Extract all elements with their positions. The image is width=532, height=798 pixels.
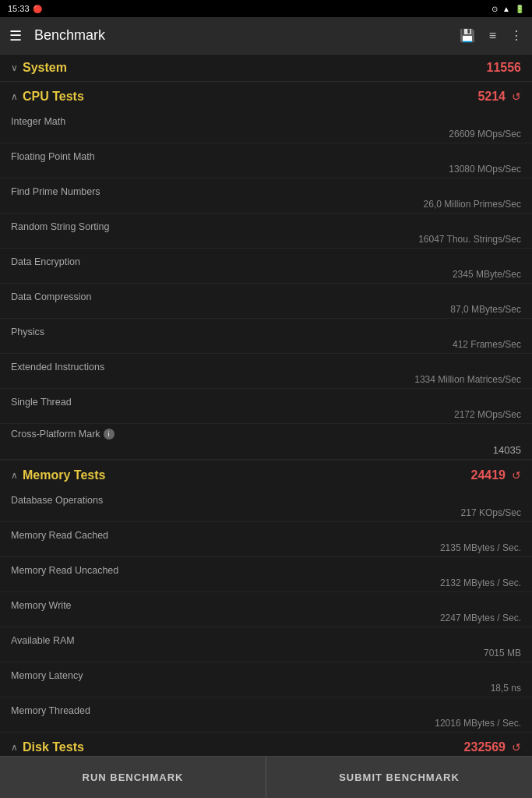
cpu-score-row: 5214 ↺	[477, 90, 521, 104]
memory-header: ∧ Memory Tests 24419 ↺	[0, 461, 532, 487]
disk-header: ∧ Disk Tests 232569 ↺	[0, 733, 532, 759]
test-name: Data Encryption	[11, 252, 521, 267]
test-name: Find Prime Numbers	[11, 182, 521, 197]
test-value: 412 Frames/Sec	[11, 337, 521, 353]
test-value: 1334 Million Matrices/Sec	[11, 373, 521, 388]
test-value: 18,5 ns	[11, 681, 521, 697]
system-score: 11556	[487, 61, 522, 75]
test-name: Available RAM	[11, 630, 521, 646]
cpu-score: 5214	[477, 90, 506, 104]
disk-chevron[interactable]: ∧	[11, 742, 18, 753]
disk-refresh-icon[interactable]: ↺	[512, 741, 521, 754]
test-value: 217 KOps/Sec	[11, 506, 521, 521]
test-item-string-sort: Random String Sorting 16047 Thou. String…	[0, 214, 532, 249]
memory-title-row: ∧ Memory Tests	[11, 468, 105, 482]
cross-platform-score: 14035	[493, 444, 521, 456]
submit-benchmark-button[interactable]: SUBMIT BENCHMARK	[266, 757, 532, 798]
test-name: Memory Read Cached	[11, 525, 521, 541]
status-battery-icon: 🔴	[33, 5, 42, 13]
list-icon[interactable]: ≡	[489, 29, 496, 43]
system-section: ∨ System 11556	[0, 55, 532, 82]
memory-score: 24419	[471, 468, 506, 482]
test-value: 2247 MBytes / Sec.	[11, 611, 521, 627]
system-title-row: ∨ System	[11, 61, 67, 75]
cpu-section: ∧ CPU Tests 5214 ↺ Integer Math 26609 MO…	[0, 82, 532, 461]
more-icon[interactable]: ⋮	[510, 28, 523, 43]
test-item-float-math: Floating Point Math 13080 MOps/Sec	[0, 143, 532, 178]
cpu-header: ∧ CPU Tests 5214 ↺	[0, 82, 532, 108]
benchmark-content: ∨ System 11556 ∧ CPU Tests 5214 ↺ Intege…	[0, 55, 532, 798]
cross-platform-name: Cross-Platform Mark	[11, 429, 100, 440]
cpu-title-row: ∧ CPU Tests	[11, 90, 84, 104]
cpu-chevron[interactable]: ∧	[11, 91, 18, 102]
test-name: Memory Latency	[11, 666, 521, 681]
status-battery-right: 🔋	[515, 5, 524, 13]
test-value: 2135 MBytes / Sec.	[11, 541, 521, 556]
test-item-avail-ram: Available RAM 7015 MB	[0, 627, 532, 662]
status-wifi-icon: ▲	[502, 5, 510, 13]
test-value: 2132 MBytes / Sec.	[11, 576, 521, 591]
test-value: 7015 MB	[11, 646, 521, 662]
test-name: Floating Point Math	[11, 147, 521, 162]
system-title: System	[23, 61, 67, 75]
status-signal-icon: ⊙	[491, 5, 498, 13]
test-item-compress: Data Compression 87,0 MBytes/Sec	[0, 284, 532, 319]
run-benchmark-button[interactable]: RUN BENCHMARK	[0, 757, 266, 798]
memory-section: ∧ Memory Tests 24419 ↺ Database Operatio…	[0, 461, 532, 733]
test-name: Memory Threaded	[11, 701, 521, 716]
disk-title: Disk Tests	[23, 740, 84, 754]
test-name: Data Compression	[11, 287, 521, 302]
memory-title: Memory Tests	[23, 468, 105, 482]
test-item-encrypt: Data Encryption 2345 MByte/Sec	[0, 249, 532, 284]
test-item-extended: Extended Instructions 1334 Million Matri…	[0, 354, 532, 389]
test-name: Physics	[11, 322, 521, 337]
test-item-mem-read-cached: Memory Read Cached 2135 MBytes / Sec.	[0, 522, 532, 557]
toolbar: ☰ Benchmark 💾 ≡ ⋮	[0, 17, 532, 55]
test-value: 16047 Thou. Strings/Sec	[11, 232, 521, 248]
test-value: 26,0 Million Primes/Sec	[11, 197, 521, 213]
save-icon[interactable]: 💾	[460, 28, 475, 43]
bottom-bar: RUN BENCHMARK SUBMIT BENCHMARK	[0, 756, 532, 798]
cross-platform-row: Cross-Platform Mark i 14035	[0, 424, 532, 461]
test-name: Database Operations	[11, 490, 521, 506]
test-value: 13080 MOps/Sec	[11, 162, 521, 178]
cpu-refresh-icon[interactable]: ↺	[512, 90, 521, 103]
disk-title-row: ∧ Disk Tests	[11, 740, 84, 754]
test-item-integer-math: Integer Math 26609 MOps/Sec	[0, 108, 532, 143]
test-name: Memory Write	[11, 595, 521, 611]
memory-score-row: 24419 ↺	[471, 468, 522, 482]
toolbar-actions: 💾 ≡ ⋮	[460, 28, 523, 43]
system-chevron[interactable]: ∨	[11, 62, 18, 73]
test-item-mem-threaded: Memory Threaded 12016 MBytes / Sec.	[0, 697, 532, 733]
cross-name-row: Cross-Platform Mark i	[0, 424, 532, 441]
memory-refresh-icon[interactable]: ↺	[512, 469, 521, 482]
test-item-physics: Physics 412 Frames/Sec	[0, 319, 532, 354]
test-item-mem-write: Memory Write 2247 MBytes / Sec.	[0, 592, 532, 627]
test-item-mem-latency: Memory Latency 18,5 ns	[0, 662, 532, 697]
disk-score-row: 232569 ↺	[464, 740, 521, 754]
status-time: 15:33	[8, 4, 30, 13]
test-name: Extended Instructions	[11, 357, 521, 373]
test-value: 2172 MOps/Sec	[11, 408, 521, 423]
test-item-db-ops: Database Operations 217 KOps/Sec	[0, 487, 532, 522]
test-name: Integer Math	[11, 111, 521, 127]
status-bar: 15:33 🔴 ⊙ ▲ 🔋	[0, 0, 532, 17]
test-value: 26609 MOps/Sec	[11, 127, 521, 143]
test-item-prime: Find Prime Numbers 26,0 Million Primes/S…	[0, 178, 532, 214]
test-name: Random String Sorting	[11, 217, 521, 232]
cross-score-row: 14035	[0, 441, 532, 460]
disk-score: 232569	[464, 740, 506, 754]
menu-icon[interactable]: ☰	[9, 27, 22, 44]
status-right: ⊙ ▲ 🔋	[491, 5, 524, 13]
test-item-single-thread: Single Thread 2172 MOps/Sec	[0, 389, 532, 424]
test-name: Memory Read Uncached	[11, 560, 521, 576]
test-value: 2345 MByte/Sec	[11, 267, 521, 283]
status-left: 15:33 🔴	[8, 4, 42, 13]
cpu-title: CPU Tests	[23, 90, 84, 104]
cross-platform-info-icon[interactable]: i	[104, 429, 115, 440]
test-value: 87,0 MBytes/Sec	[11, 302, 521, 318]
test-value: 12016 MBytes / Sec.	[11, 716, 521, 732]
test-item-mem-read-uncached: Memory Read Uncached 2132 MBytes / Sec.	[0, 557, 532, 592]
memory-chevron[interactable]: ∧	[11, 470, 18, 481]
app-title: Benchmark	[34, 27, 460, 44]
